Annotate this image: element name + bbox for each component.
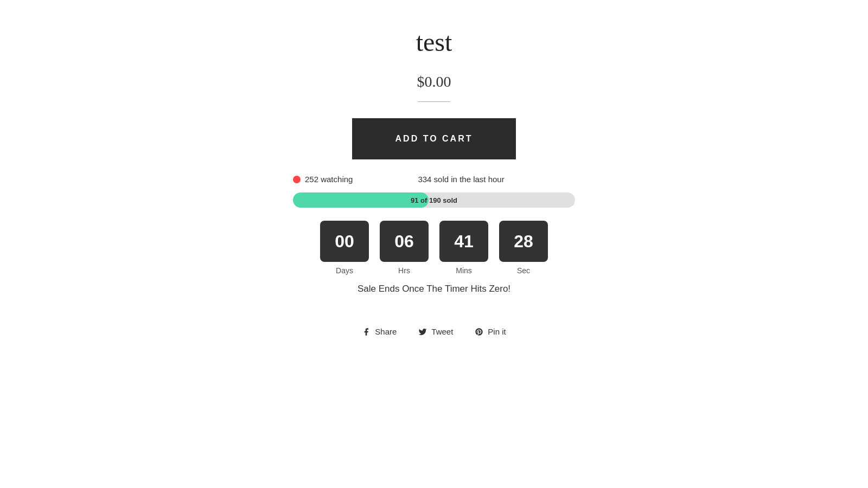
countdown-hours-box: 06 [380, 221, 429, 262]
page-container: test $0.00 ADD TO CART 252 watching 334 … [0, 0, 868, 336]
countdown-seconds-unit: 28 Sec [499, 221, 548, 275]
social-share-row: Share Tweet Pin it [362, 327, 506, 336]
divider [418, 101, 450, 102]
countdown-minutes-label: Mins [456, 266, 472, 275]
countdown-seconds-box: 28 [499, 221, 548, 262]
countdown-days-unit: 00 Days [320, 221, 369, 275]
countdown-hours-label: Hrs [398, 266, 410, 275]
watching-sold-row: 252 watching 334 sold in the last hour [293, 175, 575, 184]
product-price: $0.00 [417, 73, 451, 91]
countdown-hours-unit: 06 Hrs [380, 221, 429, 275]
countdown-minutes-unit: 41 Mins [439, 221, 488, 275]
progress-bar-fill [293, 192, 429, 208]
sale-ends-message: Sale Ends Once The Timer Hits Zero! [358, 284, 510, 294]
countdown-days-label: Days [336, 266, 353, 275]
twitter-icon [418, 328, 427, 336]
share-label: Share [375, 327, 397, 336]
tweet-label: Tweet [431, 327, 453, 336]
add-to-cart-button[interactable]: ADD TO CART [352, 118, 516, 159]
pinterest-icon [475, 328, 483, 336]
pin-it-link[interactable]: Pin it [475, 327, 506, 336]
countdown-days-box: 00 [320, 221, 369, 262]
live-indicator-dot [293, 176, 301, 183]
watching-info: 252 watching [293, 175, 353, 184]
countdown-seconds-label: Sec [517, 266, 530, 275]
sold-info: 334 sold in the last hour [418, 175, 504, 184]
pin-label: Pin it [488, 327, 506, 336]
tweet-link[interactable]: Tweet [418, 327, 453, 336]
progress-bar-container: 91 of 190 sold [293, 192, 575, 208]
product-title: test [416, 27, 452, 57]
watching-count: 252 watching [305, 175, 353, 184]
facebook-icon [362, 328, 371, 336]
countdown-container: 00 Days 06 Hrs 41 Mins 28 Sec [320, 221, 548, 275]
progress-bar-label: 91 of 190 sold [411, 196, 457, 204]
share-facebook-link[interactable]: Share [362, 327, 397, 336]
countdown-minutes-box: 41 [439, 221, 488, 262]
